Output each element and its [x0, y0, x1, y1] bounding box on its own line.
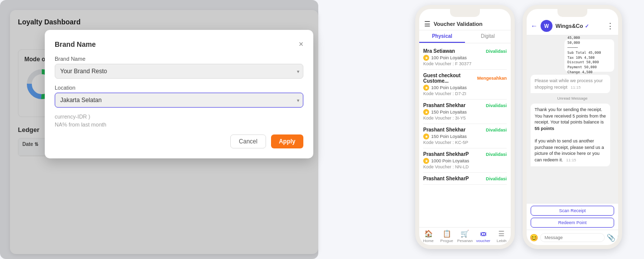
menu-icon: ☰ — [424, 20, 431, 28]
voucher-title: Voucher Validation — [434, 21, 482, 27]
points-row-4: ★ 150 Poin Loyaitas — [423, 133, 507, 139]
nav-pesanan-label: Pesanan — [457, 239, 473, 243]
thank-message-text: Thank you for sending the receipt. You h… — [535, 107, 606, 125]
customer-name-4: Prashant Shekhar — [423, 127, 465, 132]
receipt-image: 45,000 50,000 ───── Sub Total 45,000 Tax… — [564, 39, 614, 72]
message-input[interactable] — [540, 233, 605, 242]
list-item: Prashant Shekhar Divalidasi ★ 150 Poin L… — [423, 100, 507, 124]
verified-icon: ✓ — [585, 23, 589, 29]
progue-icon: 📋 — [443, 230, 451, 238]
coin-icon-4: ★ — [423, 133, 429, 139]
phone2-mockup: ← W Wings&Co ✓ ⋮ 45,000 50,000 ── — [523, 5, 622, 249]
nav-lebih-label: Lebih — [497, 239, 507, 243]
voucher-code-4: Kode Voucher : KC-5P — [423, 140, 507, 145]
wait-time: 11:15 — [571, 85, 581, 90]
home-icon: 🏠 — [424, 230, 433, 238]
brand-name-field: Brand Name Your Brand Resto — [55, 56, 303, 79]
points-row-1: ★ 100 Poin Loyaitas — [423, 55, 507, 61]
cancel-button[interactable]: Cancel — [230, 134, 266, 148]
tab-physical[interactable]: Physical — [419, 30, 465, 43]
phone1-screen: ☰ Voucher Validation Physical Digital Mr… — [419, 9, 511, 245]
thank-message-bubble: Thank you for sending the receipt. You h… — [531, 104, 610, 166]
chat-menu-icon[interactable]: ⋮ — [606, 21, 614, 31]
status-2: Mengesahkan — [477, 76, 507, 81]
phone2-notch — [557, 9, 587, 17]
points-text-1: 100 Poin Loyaitas — [431, 55, 467, 60]
scan-receipt-button[interactable]: Scan Receipt — [531, 206, 614, 216]
nav-progue-label: Progue — [440, 239, 453, 243]
voucher-code-1: Kode Voucher : F 30377 — [423, 61, 507, 66]
back-button[interactable]: ← — [531, 22, 538, 30]
modal-close-button[interactable]: × — [299, 40, 303, 49]
modal-actions: Cancel Apply — [55, 134, 303, 148]
list-item: Guest checkout Custome... Mengesahkan ★ … — [423, 70, 507, 100]
brand-modal: Brand Name × Brand Name Your Brand Resto… — [45, 30, 313, 158]
wait-message-text: Please wait while we process your shoppi… — [535, 78, 603, 90]
chat-actions: Scan Receipt Redeem Point — [527, 204, 618, 230]
voucher-code-3: Kode Voucher : 3I-Y5 — [423, 116, 507, 121]
points-text-4: 150 Poin Loyaitas — [431, 134, 467, 139]
item-header-6: Prashant ShekharP Divalidasi — [423, 176, 507, 181]
status-6: Divalidasi — [486, 176, 507, 181]
location-label: Location — [55, 85, 303, 91]
item-header-1: Mra Setiawan Divalidasi — [423, 48, 507, 54]
status-5: Divalidasi — [486, 152, 507, 157]
points-row-2: ★ 100 Poin Loyaitas — [423, 85, 507, 91]
nav-home-label: Home — [423, 239, 434, 243]
more-icon: ☰ — [498, 230, 505, 238]
phone1-notch — [450, 9, 480, 17]
nav-pesanan[interactable]: 🛒 Pesanan — [456, 230, 474, 243]
nav-lebih[interactable]: ☰ Lebih — [492, 230, 511, 243]
points-row-5: ★ 1000 Poin Loyaitas — [423, 158, 507, 164]
emoji-icon[interactable]: 😊 — [530, 234, 538, 242]
tab-digital[interactable]: Digital — [465, 30, 511, 43]
chat-header: ← W Wings&Co ✓ ⋮ — [527, 17, 618, 35]
bottom-nav: 🏠 Home 📋 Progue 🛒 Pesanan 🎟 voucher ☰ — [419, 227, 511, 245]
list-item: Prashant ShekharP Divalidasi — [423, 173, 507, 185]
brand-name-select-wrapper: Your Brand Resto — [55, 64, 303, 79]
phones-area: ☰ Voucher Validation Physical Digital Mr… — [415, 5, 622, 249]
nav-progue[interactable]: 📋 Progue — [438, 230, 456, 243]
coin-icon-2: ★ — [423, 85, 429, 91]
coin-icon-5: ★ — [423, 158, 429, 164]
currency-note: currency-IDR ) — [55, 114, 303, 120]
currency-change: NA% from last month — [55, 122, 303, 128]
points-text-5: 1000 Poin Loyaitas — [431, 158, 469, 163]
location-field: Location Jakarta Selatan — [55, 85, 303, 108]
voucher-tabs: Physical Digital — [419, 30, 511, 43]
unread-label: Unread Message — [531, 96, 614, 101]
redeem-point-button[interactable]: Redeem Point — [531, 218, 614, 228]
coin-icon-3: ★ — [423, 109, 429, 115]
attachment-icon[interactable]: 📎 — [607, 234, 615, 242]
status-4: Divalidasi — [486, 128, 507, 132]
item-header-5: Prashant ShekharP Divalidasi — [423, 151, 507, 157]
chat-messages: 45,000 50,000 ───── Sub Total 45,000 Tax… — [527, 35, 618, 204]
list-item: Mra Setiawan Divalidasi ★ 100 Poin Loyai… — [423, 45, 507, 70]
nav-voucher[interactable]: 🎟 voucher — [474, 230, 492, 243]
modal-title: Brand Name — [55, 40, 95, 48]
chat-avatar: W — [541, 20, 552, 32]
apply-button[interactable]: Apply — [271, 134, 303, 148]
location-select-wrapper: Jakarta Selatan — [55, 93, 303, 108]
voucher-code-2: Kode Voucher : D7-ZI — [423, 91, 507, 96]
nav-voucher-label: voucher — [476, 239, 490, 243]
customer-name-5: Prashant ShekharP — [423, 151, 469, 157]
points-total: 55 points — [535, 126, 554, 131]
voucher-code-5: Kode Voucher : NN-LD — [423, 164, 507, 169]
points-row-3: ★ 150 Poin Loyaitas — [423, 109, 507, 115]
receipt-lines: 45,000 50,000 ───── Sub Total 45,000 Tax… — [567, 36, 611, 75]
brand-name-select[interactable]: Your Brand Resto — [55, 64, 303, 79]
item-header-3: Prashant Shekhar Divalidasi — [423, 103, 507, 108]
camera-icon[interactable]: 📷 — [617, 234, 618, 242]
brand-name-label: Brand Name — [55, 56, 303, 62]
redeem-time: 11:15 — [566, 158, 576, 162]
location-select[interactable]: Jakarta Selatan — [55, 93, 303, 108]
phone2-screen: ← W Wings&Co ✓ ⋮ 45,000 50,000 ── — [527, 9, 618, 245]
chat-brand-name: Wings&Co ✓ — [555, 23, 603, 29]
item-header-4: Prashant Shekhar Divalidasi — [423, 127, 507, 132]
nav-home[interactable]: 🏠 Home — [419, 230, 438, 243]
coin-icon-1: ★ — [423, 55, 429, 61]
list-item: Prashant ShekharP Divalidasi ★ 1000 Poin… — [423, 148, 507, 173]
status-1: Divalidasi — [486, 49, 507, 54]
status-3: Divalidasi — [486, 103, 507, 108]
